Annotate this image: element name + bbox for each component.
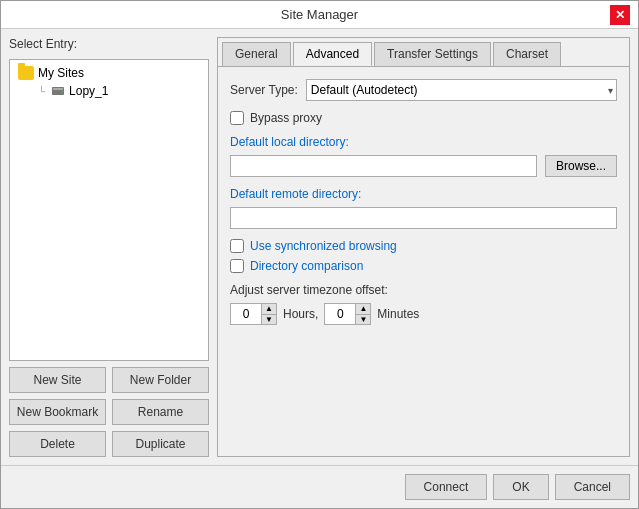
default-remote-dir-label: Default remote directory: — [230, 187, 617, 201]
minutes-down-button[interactable]: ▼ — [356, 314, 370, 324]
ok-button[interactable]: OK — [493, 474, 548, 500]
minutes-spinner-buttons: ▲ ▼ — [355, 304, 370, 324]
new-bookmark-button[interactable]: New Bookmark — [9, 399, 106, 425]
new-site-button[interactable]: New Site — [9, 367, 106, 393]
title-bar: Site Manager ✕ — [1, 1, 638, 29]
close-button[interactable]: ✕ — [610, 5, 630, 25]
tree-child-container: └ Lopy_1 — [14, 82, 204, 100]
server-type-select-wrapper: Default (Autodetect)FTPSFTPFTPS ▾ — [306, 79, 617, 101]
window-title: Site Manager — [29, 7, 610, 22]
default-local-dir-section: Default local directory: Browse... — [230, 135, 617, 177]
server-icon — [51, 84, 65, 98]
timezone-spinner-group: ▲ ▼ Hours, ▲ ▼ Minutes — [230, 303, 617, 325]
minutes-input[interactable] — [325, 304, 355, 324]
right-panel: General Advanced Transfer Settings Chars… — [217, 37, 630, 457]
tree-line: └ — [38, 86, 45, 97]
default-remote-dir-section: Default remote directory: — [230, 187, 617, 229]
checkboxes-section: Use synchronized browsing Directory comp… — [230, 239, 617, 273]
directory-comparison-label: Directory comparison — [250, 259, 363, 273]
folder-icon — [18, 66, 34, 80]
hours-up-button[interactable]: ▲ — [262, 304, 276, 314]
minutes-up-button[interactable]: ▲ — [356, 304, 370, 314]
tab-charset[interactable]: Charset — [493, 42, 561, 66]
site-manager-window: Site Manager ✕ Select Entry: My Sites └ — [0, 0, 639, 509]
default-local-dir-label: Default local directory: — [230, 135, 617, 149]
tabs: General Advanced Transfer Settings Chars… — [218, 38, 629, 66]
directory-comparison-row: Directory comparison — [230, 259, 617, 273]
duplicate-button[interactable]: Duplicate — [112, 431, 209, 457]
bypass-proxy-row: Bypass proxy — [230, 111, 617, 125]
server-type-row: Server Type: Default (Autodetect)FTPSFTP… — [230, 79, 617, 101]
btn-row-1: New Site New Folder — [9, 367, 209, 393]
bypass-proxy-label: Bypass proxy — [250, 111, 322, 125]
tab-advanced[interactable]: Advanced — [293, 42, 372, 66]
hours-down-button[interactable]: ▼ — [262, 314, 276, 324]
rename-button[interactable]: Rename — [112, 399, 209, 425]
window-body: Select Entry: My Sites └ — [1, 29, 638, 465]
tab-transfer-settings[interactable]: Transfer Settings — [374, 42, 491, 66]
tree-root-label: My Sites — [38, 66, 84, 80]
cancel-button[interactable]: Cancel — [555, 474, 630, 500]
default-local-dir-row: Browse... — [230, 155, 617, 177]
adjust-timezone-label: Adjust server timezone offset: — [230, 283, 617, 297]
use-sync-browsing-checkbox[interactable] — [230, 239, 244, 253]
hours-label: Hours, — [283, 307, 318, 321]
server-type-label: Server Type: — [230, 83, 298, 97]
server-type-select[interactable]: Default (Autodetect)FTPSFTPFTPS — [306, 79, 617, 101]
directory-comparison-checkbox[interactable] — [230, 259, 244, 273]
footer: Connect OK Cancel — [1, 465, 638, 508]
left-panel: Select Entry: My Sites └ — [9, 37, 209, 457]
hours-spinner: ▲ ▼ — [230, 303, 277, 325]
default-local-dir-input[interactable] — [230, 155, 537, 177]
btn-row-3: Delete Duplicate — [9, 431, 209, 457]
use-sync-browsing-label: Use synchronized browsing — [250, 239, 397, 253]
delete-button[interactable]: Delete — [9, 431, 106, 457]
minutes-spinner: ▲ ▼ — [324, 303, 371, 325]
tree-child-label: Lopy_1 — [69, 84, 108, 98]
svg-point-2 — [61, 91, 63, 93]
timezone-section: Adjust server timezone offset: ▲ ▼ Hours… — [230, 283, 617, 325]
btn-row-2: New Bookmark Rename — [9, 399, 209, 425]
minutes-label: Minutes — [377, 307, 419, 321]
tree-root-item[interactable]: My Sites — [14, 64, 204, 82]
advanced-tab-content: Server Type: Default (Autodetect)FTPSFTP… — [218, 66, 629, 456]
browse-button[interactable]: Browse... — [545, 155, 617, 177]
default-remote-dir-input[interactable] — [230, 207, 617, 229]
hours-input[interactable] — [231, 304, 261, 324]
bypass-proxy-checkbox[interactable] — [230, 111, 244, 125]
new-folder-button[interactable]: New Folder — [112, 367, 209, 393]
tree-child-item[interactable]: └ Lopy_1 — [34, 82, 204, 100]
use-sync-browsing-row: Use synchronized browsing — [230, 239, 617, 253]
tab-general[interactable]: General — [222, 42, 291, 66]
select-entry-label: Select Entry: — [9, 37, 209, 51]
connect-button[interactable]: Connect — [405, 474, 488, 500]
tree-area[interactable]: My Sites └ Lopy_1 — [9, 59, 209, 361]
hours-spinner-buttons: ▲ ▼ — [261, 304, 276, 324]
svg-rect-1 — [53, 88, 63, 90]
